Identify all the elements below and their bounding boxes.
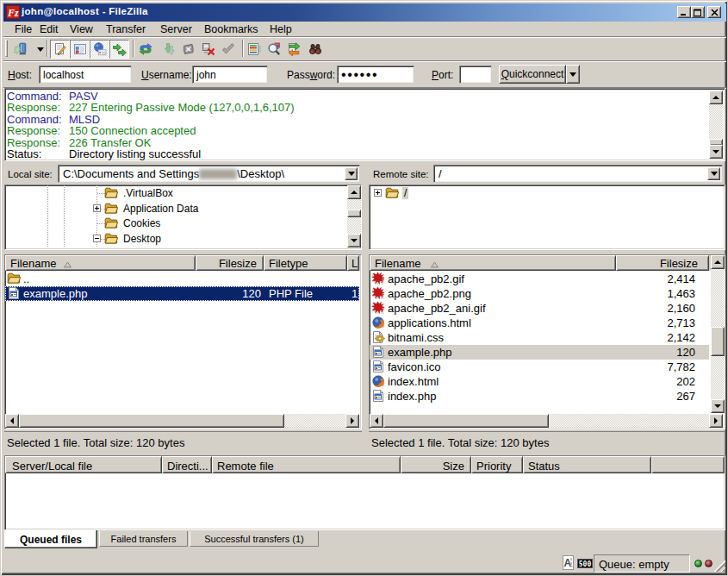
tree-item-virtualbox[interactable]: .VirtualBox	[5, 186, 333, 201]
filter-icon[interactable]	[247, 42, 261, 56]
file-row-apache-pb2-ani-gif[interactable]: apache_pb2_ani.gif 2,160	[370, 301, 709, 316]
resize-grip[interactable]	[712, 559, 725, 572]
tree-item-root[interactable]: /	[370, 186, 697, 201]
scroll-down-button[interactable]	[709, 145, 723, 159]
menu-server[interactable]: Server	[160, 23, 192, 35]
process-queue-icon[interactable]	[163, 42, 177, 56]
column-header-server-local-file[interactable]: Server/Local file	[5, 456, 162, 473]
scroll-up-button[interactable]	[347, 185, 361, 199]
password-input[interactable]: ••••••	[337, 66, 414, 84]
toggle-remote-tree-button[interactable]	[90, 40, 109, 59]
column-header-filesize[interactable]: Filesize	[616, 255, 709, 271]
scroll-thumb[interactable]	[711, 327, 725, 356]
scroll-up-button[interactable]	[709, 91, 723, 104]
menu-help[interactable]: Help	[270, 23, 292, 35]
cancel-icon[interactable]	[182, 42, 196, 56]
file-row-example-php[interactable]: example.php 120	[370, 345, 709, 360]
titlebar[interactable]: Fz john@localhost - FileZilla	[3, 3, 726, 22]
file-row-parent-dir[interactable]: ..	[5, 272, 359, 286]
scroll-thumb[interactable]	[19, 414, 284, 428]
file-row-example-php[interactable]: example.php 120 PHP File 1	[5, 286, 359, 301]
tree-expander-plus[interactable]	[93, 204, 101, 212]
column-header-filesize[interactable]: Filesize	[196, 255, 264, 271]
remote-site-combo[interactable]: /	[433, 165, 723, 183]
synchronized-browsing-icon[interactable]	[288, 42, 302, 56]
sort-ascending-icon	[431, 261, 439, 268]
file-row-bitnami-css[interactable]: bitnami.css 2,142	[370, 330, 709, 345]
tree-expander-plus[interactable]	[374, 189, 382, 197]
tab-successful-transfers[interactable]: Successful transfers (1)	[190, 531, 319, 547]
toolbar-grip[interactable]	[5, 40, 8, 57]
close-button[interactable]	[707, 6, 721, 18]
scroll-thumb[interactable]	[347, 210, 361, 217]
column-header-status[interactable]: Status	[523, 456, 651, 473]
tree-expander-minus[interactable]	[93, 235, 101, 242]
minimize-button[interactable]	[677, 6, 691, 18]
file-row-apache-pb2-gif[interactable]: apache_pb2.gif 2,414	[370, 272, 709, 286]
redacted-username	[199, 169, 237, 179]
menu-transfer[interactable]: Transfer	[106, 23, 146, 35]
file-row-applications-html[interactable]: applications.html 2,713	[370, 316, 709, 330]
scroll-down-button[interactable]	[347, 234, 361, 247]
column-header-filename[interactable]: Filename	[5, 255, 196, 271]
column-header-direction[interactable]: Directi...	[162, 456, 212, 473]
port-input[interactable]	[459, 66, 492, 84]
svg-text:Fz: Fz	[7, 7, 19, 19]
local-list-header: Filename Filesize Filetype L	[5, 255, 361, 271]
folder-icon	[104, 202, 118, 216]
page-icon	[371, 345, 385, 359]
column-header-size[interactable]: Size	[401, 456, 471, 473]
tree-item-desktop[interactable]: Desktop	[5, 232, 333, 247]
username-input[interactable]: john	[192, 66, 268, 84]
disconnect-icon[interactable]	[202, 42, 215, 56]
tab-queued-files[interactable]: Queued files	[4, 530, 97, 548]
remote-list-header: Filename Filesize	[370, 255, 711, 271]
file-row-index-html[interactable]: index.html 202	[370, 374, 709, 389]
local-site-combo-arrow[interactable]	[345, 167, 358, 180]
menu-bookmarks[interactable]: Bookmarks	[204, 23, 258, 35]
page-icon	[7, 286, 21, 300]
toggle-message-log-button[interactable]	[50, 40, 70, 59]
toggle-local-tree-button[interactable]	[70, 40, 90, 59]
site-manager-dropdown[interactable]	[34, 44, 46, 54]
scroll-up-button[interactable]	[711, 255, 725, 269]
tab-failed-transfers[interactable]: Failed transfers	[99, 531, 188, 547]
pane-splitter[interactable]	[362, 162, 369, 452]
page-icon	[371, 389, 385, 403]
column-header-lastmodified[interactable]: L	[347, 255, 359, 271]
quickconnect-dropdown[interactable]	[566, 65, 580, 84]
find-files-icon[interactable]	[308, 42, 322, 56]
quickconnect-button[interactable]: Quickconnect	[499, 65, 566, 84]
column-header-priority[interactable]: Priority	[471, 456, 523, 473]
reconnect-icon[interactable]	[221, 42, 235, 56]
scroll-left-button[interactable]	[5, 414, 19, 428]
column-header-filename[interactable]: Filename	[370, 255, 616, 271]
menubar: File Edit View Transfer Server Bookmarks…	[3, 22, 726, 36]
maximize-button[interactable]	[691, 6, 705, 18]
scroll-right-button[interactable]	[345, 414, 359, 428]
refresh-icon[interactable]	[139, 42, 152, 56]
file-row-index-php[interactable]: index.php 267	[370, 389, 709, 404]
column-header-filetype[interactable]: Filetype	[264, 255, 347, 271]
host-input[interactable]: localhost	[39, 66, 132, 84]
column-header-remote-file[interactable]: Remote file	[212, 456, 401, 473]
menu-file[interactable]: File	[15, 23, 32, 35]
tree-item-cookies[interactable]: Cookies	[5, 216, 333, 231]
scroll-down-button[interactable]	[711, 399, 725, 413]
image-file-icon	[371, 272, 385, 285]
remote-site-combo-arrow[interactable]	[707, 167, 720, 180]
scroll-left-button[interactable]	[370, 414, 383, 428]
tree-item-application-data[interactable]: Application Data	[5, 202, 333, 216]
file-row-apache-pb2-png[interactable]: apache_pb2.png 1,463	[370, 286, 709, 301]
site-manager-icon[interactable]	[14, 42, 28, 56]
local-site-combo[interactable]: C:\Documents and Settings\Desktop\	[58, 165, 360, 183]
file-row-favicon-ico[interactable]: favicon.ico 7,782	[370, 360, 709, 374]
toggle-transfer-queue-button[interactable]	[109, 40, 129, 59]
menu-edit[interactable]: Edit	[40, 23, 59, 35]
browser-file-icon	[371, 374, 385, 388]
scroll-right-button[interactable]	[709, 414, 723, 428]
folder-icon	[104, 186, 118, 200]
directory-comparison-icon[interactable]	[267, 42, 281, 56]
menu-view[interactable]: View	[70, 23, 93, 35]
scroll-thumb[interactable]	[383, 414, 549, 428]
